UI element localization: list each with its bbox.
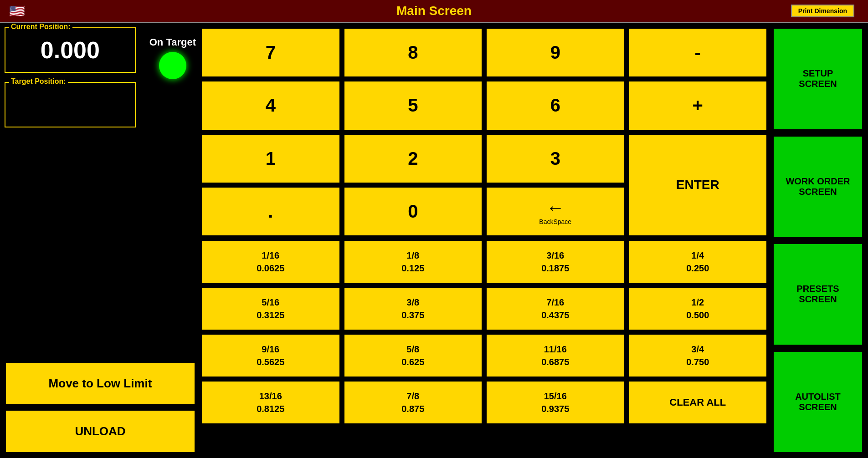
frac-1-8-button[interactable]: 1/80.125 bbox=[343, 239, 483, 284]
frac-7-16-button[interactable]: 7/160.4375 bbox=[485, 286, 626, 331]
plus-button[interactable]: + bbox=[628, 80, 768, 131]
numpad: 7 8 9 - 4 5 6 + 1 2 3 ENTER . 0 ← BackSp… bbox=[200, 27, 768, 237]
num-5-button[interactable]: 5 bbox=[343, 80, 483, 131]
top-section: Current Position: 0.000 Target Position:… bbox=[5, 27, 196, 127]
frac-1-2-button[interactable]: 1/20.500 bbox=[628, 286, 768, 331]
current-position-value: 0.000 bbox=[9, 32, 131, 68]
on-target-indicator bbox=[159, 52, 186, 79]
autolist-screen-button[interactable]: AUTOLIST SCREEN bbox=[772, 351, 863, 454]
target-position-group: Target Position: bbox=[5, 82, 136, 127]
enter-button[interactable]: ENTER bbox=[628, 133, 768, 237]
frac-5-8-button[interactable]: 5/80.625 bbox=[343, 333, 483, 378]
current-position-label: Current Position: bbox=[9, 23, 72, 31]
backspace-label: BackSpace bbox=[539, 218, 571, 225]
unload-button[interactable]: UNLOAD bbox=[5, 409, 196, 453]
target-position-label: Target Position: bbox=[9, 77, 68, 86]
backspace-arrow: ← bbox=[546, 198, 565, 218]
on-target-area: On Target bbox=[149, 36, 196, 79]
frac-3-8-button[interactable]: 3/80.375 bbox=[343, 286, 483, 331]
current-position-group: Current Position: 0.000 bbox=[5, 27, 136, 73]
num-7-button[interactable]: 7 bbox=[200, 27, 341, 78]
frac-15-16-button[interactable]: 15/160.9375 bbox=[485, 380, 626, 425]
clear-all-button[interactable]: CLEAR ALL bbox=[628, 380, 768, 425]
flag-icon: 🇺🇸 bbox=[9, 4, 25, 19]
fractions-panel: 1/160.06251/80.1253/160.18751/40.2505/16… bbox=[200, 239, 768, 425]
num-2-button[interactable]: 2 bbox=[343, 133, 483, 184]
num-6-button[interactable]: 6 bbox=[485, 80, 626, 131]
center-panel: 7 8 9 - 4 5 6 + 1 2 3 ENTER . 0 ← BackSp… bbox=[200, 27, 768, 453]
num-8-button[interactable]: 8 bbox=[343, 27, 483, 78]
header-title: Main Screen bbox=[396, 4, 472, 18]
frac-5-16-button[interactable]: 5/160.3125 bbox=[200, 286, 341, 331]
positions-col: Current Position: 0.000 Target Position: bbox=[5, 27, 136, 127]
frac-1-4-button[interactable]: 1/40.250 bbox=[628, 239, 768, 284]
main-content: Current Position: 0.000 Target Position:… bbox=[0, 23, 868, 458]
frac-1-16-button[interactable]: 1/160.0625 bbox=[200, 239, 341, 284]
num-3-button[interactable]: 3 bbox=[485, 133, 626, 184]
frac-3-16-button[interactable]: 3/160.1875 bbox=[485, 239, 626, 284]
setup-screen-button[interactable]: SETUP SCREEN bbox=[772, 27, 863, 131]
minus-button[interactable]: - bbox=[628, 27, 768, 78]
right-panel: SETUP SCREENWORK ORDER SCREENPRESETS SCR… bbox=[772, 27, 863, 453]
num-4-button[interactable]: 4 bbox=[200, 80, 341, 131]
num-0-button[interactable]: 0 bbox=[343, 186, 483, 237]
header: 🇺🇸 Main Screen Print Dimension bbox=[0, 0, 868, 23]
frac-7-8-button[interactable]: 7/80.875 bbox=[343, 380, 483, 425]
frac-3-4-button[interactable]: 3/40.750 bbox=[628, 333, 768, 378]
presets-screen-button[interactable]: PRESETS SCREEN bbox=[772, 243, 863, 346]
frac-9-16-button[interactable]: 9/160.5625 bbox=[200, 333, 341, 378]
num-1-button[interactable]: 1 bbox=[200, 133, 341, 184]
dot-button[interactable]: . bbox=[200, 186, 341, 237]
target-position-input[interactable] bbox=[9, 87, 131, 123]
on-target-label: On Target bbox=[149, 36, 196, 48]
frac-11-16-button[interactable]: 11/160.6875 bbox=[485, 333, 626, 378]
left-panel: Current Position: 0.000 Target Position:… bbox=[5, 27, 196, 453]
print-dimension-button[interactable]: Print Dimension bbox=[791, 5, 854, 17]
move-to-low-limit-button[interactable]: Move to Low Limit bbox=[5, 361, 196, 406]
frac-13-16-button[interactable]: 13/160.8125 bbox=[200, 380, 341, 425]
backspace-button[interactable]: ← BackSpace bbox=[485, 186, 626, 237]
action-buttons: Move to Low Limit UNLOAD bbox=[5, 361, 196, 453]
num-9-button[interactable]: 9 bbox=[485, 27, 626, 78]
work-order-screen-button[interactable]: WORK ORDER SCREEN bbox=[772, 135, 863, 239]
